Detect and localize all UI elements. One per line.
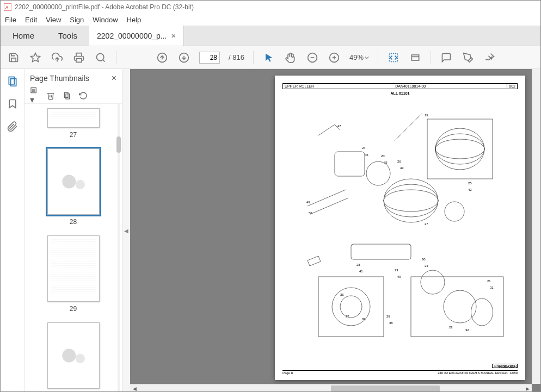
save-icon[interactable] [7, 51, 20, 64]
delete-icon[interactable] [46, 91, 55, 100]
zoom-dropdown[interactable]: 49% [349, 53, 369, 61]
page-subtitle: ALL 01101 [282, 91, 518, 95]
svg-text:36: 36 [340, 293, 344, 296]
undo-icon[interactable] [79, 91, 88, 100]
menu-sign[interactable]: Sign [70, 16, 84, 24]
tab-tools[interactable]: Tools [46, 26, 89, 46]
svg-text:45: 45 [384, 161, 388, 164]
thumbnails-panel: Page Thumbnails × ▾ 27 28 29 3 [24, 69, 122, 392]
svg-text:21: 21 [487, 279, 491, 283]
svg-rect-27 [66, 94, 70, 98]
thumbnails-rail-icon[interactable] [7, 76, 18, 86]
svg-text:38: 38 [389, 321, 393, 325]
rotate-icon[interactable] [63, 91, 71, 100]
bookmark-rail-icon[interactable] [7, 98, 18, 109]
page-down-icon[interactable] [177, 51, 190, 64]
cloud-upload-icon[interactable] [51, 51, 64, 64]
toolbar-separator [116, 51, 116, 64]
zoom-out-icon[interactable] [306, 51, 319, 64]
svg-point-46 [421, 270, 445, 294]
thumbnail-item[interactable]: 29 [24, 235, 122, 313]
menu-bar: File Edit View Sign Window Help [1, 14, 540, 26]
highlight-icon[interactable] [462, 51, 475, 64]
svg-text:26: 26 [397, 160, 401, 163]
svg-rect-3 [76, 58, 82, 62]
fit-width-icon[interactable] [387, 51, 400, 64]
svg-point-38 [445, 202, 464, 221]
svg-text:46: 46 [365, 153, 368, 157]
svg-point-35 [384, 179, 438, 222]
page-header-title: UPPER ROLLER [285, 84, 314, 88]
svg-rect-26 [64, 92, 68, 97]
main-area: Page Thumbnails × ▾ 27 28 29 3 [1, 69, 540, 392]
panel-collapse-handle[interactable]: ◀ [122, 69, 130, 392]
find-icon[interactable] [94, 51, 107, 64]
svg-text:A: A [5, 5, 9, 10]
menu-file[interactable]: File [5, 16, 16, 24]
svg-text:19: 19 [425, 114, 428, 117]
vertical-scrollbar[interactable] [532, 69, 540, 384]
svg-text:43: 43 [400, 166, 404, 170]
page-up-icon[interactable] [156, 51, 169, 64]
toolbar-separator [378, 51, 378, 64]
navigation-rail [1, 69, 24, 392]
svg-text:28: 28 [356, 263, 360, 266]
thumbnails-title: Page Thumbnails [30, 74, 89, 83]
page-display-icon[interactable] [409, 51, 422, 64]
document-viewport[interactable]: UPPER ROLLER DAN401L0014-00 002 ALL 0110… [130, 69, 540, 392]
svg-marker-2 [31, 53, 40, 61]
comment-icon[interactable] [440, 51, 453, 64]
menu-edit[interactable]: Edit [25, 16, 37, 24]
svg-point-34 [366, 161, 390, 185]
svg-text:49: 49 [306, 201, 310, 204]
thumbnail-label: 29 [70, 305, 77, 313]
svg-text:32: 32 [465, 328, 469, 332]
window-title-bar: A 2202_00000000_printFile.pdf - Adobe Ac… [1, 1, 540, 14]
tab-document[interactable]: 2202_00000000_p... × [89, 26, 184, 46]
svg-text:31: 31 [490, 286, 494, 289]
horizontal-scrollbar[interactable]: ◀▶ [130, 384, 532, 392]
svg-line-40 [310, 198, 348, 214]
page-header: UPPER ROLLER DAN401L0014-00 002 [282, 83, 518, 89]
document-page: UPPER ROLLER DAN401L0014-00 002 ALL 0110… [275, 76, 525, 380]
svg-line-39 [308, 190, 346, 206]
thumbnails-options-icon[interactable]: ▾ [30, 86, 39, 105]
svg-text:27: 27 [425, 222, 428, 226]
zoom-in-icon[interactable] [328, 51, 341, 64]
select-tool-icon[interactable] [262, 51, 275, 64]
thumbnails-scrollbar[interactable] [116, 104, 121, 392]
thumbnail-page [47, 322, 100, 389]
toolbar-separator [253, 51, 254, 64]
menu-window[interactable]: Window [93, 16, 118, 24]
svg-text:50: 50 [309, 211, 312, 215]
page-header-partno: DAN401L0014-00 [395, 84, 426, 88]
menu-view[interactable]: View [46, 16, 61, 24]
tab-close-button[interactable]: × [171, 31, 176, 40]
svg-text:41: 41 [359, 270, 363, 273]
attachment-rail-icon[interactable] [7, 121, 18, 132]
thumbnail-item[interactable]: 30 [24, 322, 122, 392]
toolbar: / 816 49% [1, 46, 540, 69]
tab-bar: Home Tools 2202_00000000_p... × [1, 26, 540, 46]
menu-help[interactable]: Help [127, 16, 142, 24]
thumbnails-close-button[interactable]: × [112, 73, 116, 83]
page-number-input[interactable] [199, 52, 220, 64]
hand-tool-icon[interactable] [284, 51, 297, 64]
svg-text:39: 39 [362, 318, 366, 321]
svg-line-32 [395, 114, 422, 141]
svg-point-47 [444, 290, 476, 323]
tab-home[interactable]: Home [1, 26, 46, 46]
svg-text:23: 23 [395, 269, 398, 272]
star-icon[interactable] [29, 51, 42, 64]
print-icon[interactable] [72, 51, 85, 64]
toolbar-separator [431, 51, 431, 64]
page-footer-right: 240 X2 EXCAVATOR PARTS MANUAL Revision: … [438, 371, 518, 375]
thumbnail-label: 28 [70, 218, 77, 226]
thumbnail-item[interactable]: 28 [24, 148, 122, 226]
thumbnail-item[interactable]: 27 [24, 108, 122, 139]
sign-icon[interactable] [483, 51, 496, 64]
thumbnails-toolbar: ▾ [24, 88, 122, 104]
page-footer: Page 8 240 X2 EXCAVATOR PARTS MANUAL Rev… [282, 370, 518, 375]
window-title: 2202_00000000_printFile.pdf - Adobe Acro… [15, 3, 194, 11]
zoom-value-label: 49% [349, 53, 364, 61]
